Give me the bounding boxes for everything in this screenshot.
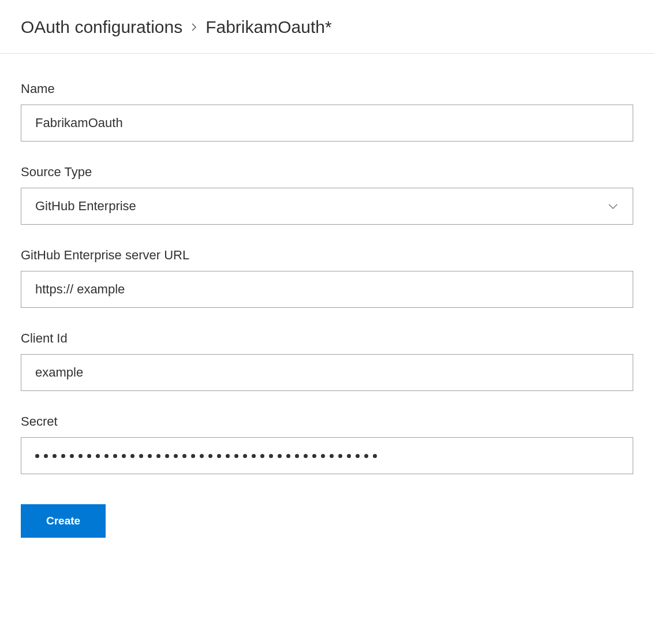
source-type-select[interactable]: GitHub Enterprise bbox=[21, 188, 633, 225]
secret-input[interactable] bbox=[21, 437, 633, 474]
breadcrumb-current: FabrikamOauth* bbox=[205, 17, 331, 37]
server-url-input[interactable] bbox=[21, 271, 633, 308]
source-type-field-group: Source Type GitHub Enterprise bbox=[21, 165, 633, 225]
secret-mask bbox=[35, 454, 377, 458]
chevron-right-icon bbox=[189, 23, 199, 32]
source-type-value: GitHub Enterprise bbox=[35, 199, 136, 214]
chevron-down-icon bbox=[607, 200, 619, 212]
name-label: Name bbox=[21, 81, 633, 96]
client-id-label: Client Id bbox=[21, 331, 633, 346]
client-id-field-group: Client Id bbox=[21, 331, 633, 391]
server-url-label: GitHub Enterprise server URL bbox=[21, 248, 633, 263]
name-field-group: Name bbox=[21, 81, 633, 142]
breadcrumb-parent[interactable]: OAuth configurations bbox=[21, 17, 182, 37]
client-id-input[interactable] bbox=[21, 354, 633, 391]
name-input[interactable] bbox=[21, 105, 633, 142]
secret-label: Secret bbox=[21, 414, 633, 429]
oauth-form: Name Source Type GitHub Enterprise GitHu… bbox=[0, 54, 654, 538]
server-url-field-group: GitHub Enterprise server URL bbox=[21, 248, 633, 308]
breadcrumb: OAuth configurations FabrikamOauth* bbox=[0, 0, 654, 54]
source-type-label: Source Type bbox=[21, 165, 633, 180]
create-button[interactable]: Create bbox=[21, 504, 106, 538]
secret-field-group: Secret bbox=[21, 414, 633, 474]
